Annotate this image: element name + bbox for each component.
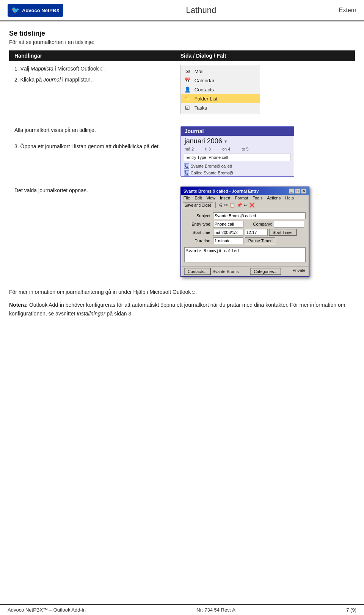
step-2: 2. Klicka på Journal i mapplistan. (14, 76, 170, 84)
contacts-button[interactable]: Contacts... (184, 268, 211, 275)
contacts-icon: 👤 (184, 86, 191, 93)
toolbar-icon-2: ✂ (224, 202, 228, 208)
folder-label-mail: Mail (195, 69, 204, 74)
folder-label-tasks: Tasks (195, 105, 207, 111)
menu-tools[interactable]: Tools (253, 196, 262, 200)
col2-header: Sida / Dialog / Fält (175, 50, 355, 61)
step-2-text: Klicka på Journal i mapplistan. (20, 77, 92, 83)
save-close-button[interactable]: Save and Close (183, 202, 213, 208)
folder-label-calendar: Calendar (195, 78, 215, 83)
subject-input[interactable] (213, 212, 306, 219)
start-time-row: Start time: Start Timer (184, 229, 306, 236)
journal-call-1: 📞 Svante Bromsjö called (181, 163, 294, 169)
content-table: Handlingar Sida / Dialog / Fält 1. Välj … (9, 50, 355, 281)
menu-insert[interactable]: Insert (220, 196, 231, 200)
menu-view[interactable]: View (206, 196, 215, 200)
folder-item-calendar[interactable]: 📅 Calendar (181, 76, 260, 85)
journal-call-2: 📞 Called Svante Bromsjö (181, 169, 294, 176)
dialog-close-button[interactable]: ✕ (301, 188, 306, 194)
menu-help[interactable]: Help (285, 196, 294, 200)
toolbar-separator (215, 202, 216, 208)
mid-text-col: Alla journalkort visas på en tidlinje. 3… (9, 122, 175, 183)
journal-day-1: må 2 (185, 147, 194, 151)
info-text: För mer information om journalhantering … (9, 288, 355, 296)
step-3-text: Öppna ett journalkort i listan genom att… (20, 143, 160, 149)
journal-month: januari 2006 ▼ (181, 136, 294, 146)
menu-format[interactable]: Format (235, 196, 248, 200)
dialog-minimize-button[interactable]: _ (289, 188, 294, 194)
calendar-icon: 📅 (184, 77, 191, 83)
call-1-icon: 📞 (184, 163, 189, 169)
journal-area-col: Journal januari 2006 ▼ må 2 ti 3 on 4 to… (175, 122, 355, 183)
duration-label: Duration: (184, 238, 212, 243)
entry-type-label: Entry type: (184, 222, 212, 226)
pause-timer-button[interactable]: Pause Timer (245, 237, 275, 244)
mid-text: Alla journalkort visas på en tidlinje. (14, 126, 170, 134)
mail-icon: ✉ (184, 68, 191, 74)
notes-textarea[interactable]: Svante Bromsjö called (184, 247, 306, 262)
outlook-folder-list: ✉ Mail 📅 Calendar 👤 Contacts 📁 (180, 65, 260, 114)
journal-entry-dialog: Svante Bromsjö called - Journal Entry _ … (180, 187, 309, 277)
logo: 🐦 Advoco NetPBX (8, 4, 63, 17)
logo-bird-icon: 🐦 (11, 6, 20, 14)
journal-area: Journal januari 2006 ▼ må 2 ti 3 on 4 to… (180, 126, 294, 177)
call-2-icon: 📞 (184, 170, 189, 176)
dialog-footer: Contacts... Svante Broms Categories... P… (181, 266, 309, 276)
folder-item-mail[interactable]: ✉ Mail (181, 67, 260, 76)
journal-dialog-col: Svante Bromsjö called - Journal Entry _ … (175, 183, 355, 281)
section-subtitle: För att se journalkorten i en tidslinje: (9, 39, 355, 45)
private-label: Private (292, 268, 305, 275)
footer-left: Advoco NetPBX™ – Outlook Add-in (8, 607, 86, 613)
tasks-icon: ☑ (184, 105, 191, 111)
company-input[interactable] (274, 221, 304, 227)
steps-col: 1. Välj Mapplista i Microsoft Outlook☺. … (9, 61, 175, 122)
journal-day-3: on 4 (222, 147, 230, 151)
company-label: Company: (245, 222, 272, 226)
folder-item-folder-list[interactable]: 📁 Folder List (181, 94, 260, 103)
page-header: 🐦 Advoco NetPBX Lathund Extern (0, 0, 364, 21)
logo-area: 🐦 Advoco NetPBX (8, 4, 63, 17)
folder-item-contacts[interactable]: 👤 Contacts (181, 85, 260, 94)
start-hour-input[interactable] (245, 229, 268, 236)
toolbar-icon-6: ❌ (249, 202, 255, 208)
duration-input[interactable] (213, 237, 243, 244)
entry-type-row: Entry type: Company: (184, 221, 306, 227)
det-valda-text: Det valda journalkortet öppnas. (14, 187, 170, 195)
document-extern: Extern (339, 7, 356, 14)
page-footer: Advoco NetPBX™ – Outlook Add-in Nr: 734 … (0, 604, 364, 615)
duration-row: Duration: Pause Timer (184, 237, 306, 244)
menu-actions[interactable]: Actions (267, 196, 281, 200)
folder-label-contacts: Contacts (195, 87, 214, 93)
main-content: Se tidslinje För att se journalkorten i … (0, 22, 364, 328)
step-1-text: Välj Mapplista i Microsoft Outlook☺. (20, 66, 106, 72)
start-time-label: Start time: (184, 230, 212, 235)
menu-file[interactable]: File (184, 196, 190, 200)
toolbar-icon-1: 🖨 (218, 202, 223, 208)
toolbar-icon-4: 📌 (237, 202, 242, 208)
dialog-maximize-button[interactable]: □ (295, 188, 300, 194)
call-1-label: Svante Bromsjö called (191, 164, 232, 168)
menu-edit[interactable]: Edit (195, 196, 202, 200)
start-date-input[interactable] (213, 229, 243, 236)
folder-label-folder-list: Folder List (195, 96, 218, 102)
categories-button[interactable]: Categories... (250, 268, 281, 275)
document-title: Lathund (186, 5, 217, 15)
footer-right: 7 (9) (346, 607, 356, 613)
step-2-num: 2. (14, 77, 19, 83)
folder-item-tasks[interactable]: ☑ Tasks (181, 103, 260, 112)
step-3-num: 3. (14, 143, 19, 149)
footer-center: Nr: 734 54 Rev: A (196, 607, 235, 613)
journal-month-text: januari 2006 (185, 137, 222, 145)
start-timer-button[interactable]: Start Timer (269, 229, 297, 236)
journal-dropdown-arrow: ▼ (224, 139, 228, 144)
notera-section: Notera: Outlook Add-in behöver konfigure… (9, 301, 355, 318)
dialog-toolbar: Save and Close 🖨 ✂ 📋 📌 ↩ ❌ (181, 201, 309, 209)
entry-type-input[interactable] (213, 221, 243, 227)
journal-header: Journal (181, 127, 294, 136)
toolbar-icon-5: ↩ (244, 202, 248, 208)
dialog-menubar: File Edit View Insert Format Tools Actio… (181, 195, 309, 201)
toolbar-icon-3: 📋 (229, 202, 235, 208)
det-valda-col: Det valda journalkortet öppnas. (9, 183, 175, 281)
dialog-titlebar-buttons: _ □ ✕ (289, 188, 306, 194)
call-2-label: Called Svante Bromsjö (191, 171, 233, 175)
